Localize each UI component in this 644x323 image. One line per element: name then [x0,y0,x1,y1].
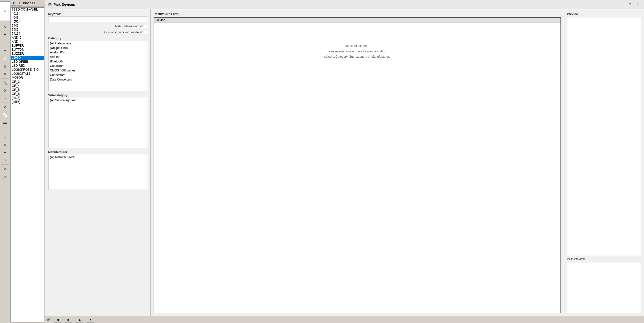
left-toolbar: IC ↖ ✚ ⌒ ≡ ⊞ ⊟ ⊠ 🔍 ⟳ ↔ ⟲ 📈 ▬ □ ○ A ✦ S ⟲… [0,0,10,323]
symbol-btn[interactable]: ✦ [1,149,9,156]
toolbar-divider-5 [1,165,9,165]
category-label: Category: [48,37,147,40]
category-item[interactable]: Analog ICs [48,50,147,55]
show-parts-checkbox[interactable] [144,31,147,34]
l-tab[interactable]: L [17,1,22,6]
list-item[interactable]: 7447 [11,24,44,28]
select-tool-btn[interactable]: ↖ [1,23,9,30]
list-item[interactable]: BUFFER [11,44,44,48]
power-btn[interactable]: ⊠ [1,70,9,77]
dialog-content: Keywords: Match whole words? Show only p… [45,9,644,316]
svg-text:IC: IC [4,10,6,12]
category-item[interactable]: Arduino [48,55,147,59]
category-item[interactable]: Connectors [48,73,147,77]
list-item[interactable]: MOTOR [11,76,44,80]
match-words-row: Match whole words? [48,25,147,28]
list-item[interactable]: BUZZER [11,52,44,56]
script-btn[interactable]: S [1,156,9,164]
nav-left-btn[interactable]: ◀ [54,317,61,322]
category-item[interactable]: CMOS 4000 series [48,68,147,73]
main-area: ⊞ Pick Devices ? ✕ Keywords: Match whole… [45,0,644,323]
component-list[interactable]: 7SEG-COM-AN-BL4013404345557447748574194A… [11,7,44,322]
list-item[interactable]: LOGICSTATE [11,72,44,76]
bus-btn[interactable]: ≡ [1,48,9,55]
list-item[interactable]: [4013] [11,96,44,100]
panel-header: P L DEVICES [10,0,45,7]
junction-btn[interactable]: ⊞ [1,55,9,62]
redo-btn[interactable]: ⟳ [1,173,9,180]
list-item[interactable]: 4013 [11,12,44,16]
list-item[interactable]: OR_4 [11,84,44,88]
add-component-btn[interactable]: ✚ [1,31,9,38]
no-results-row: No search criteria. Please enter one or … [154,23,560,60]
panel-title: DEVICES [23,2,35,5]
manufacturer-list[interactable]: (All Manufacturers) [48,155,147,190]
category-item[interactable]: (All Categories) [48,41,147,46]
category-item[interactable]: Data Converters [48,77,147,82]
mirror-btn[interactable]: ↔ [1,95,9,102]
label-btn[interactable]: ⊟ [1,63,9,70]
dialog-title-icon: ⊞ [48,2,51,7]
category-item[interactable]: (Unspecified) [48,46,147,50]
subcategory-label: Sub-category: [48,94,147,97]
subcategory-list[interactable]: (All Sub-categories) [48,98,147,148]
manufacturer-item[interactable]: (All Manufacturers) [48,155,147,159]
category-item[interactable]: Capacitors [48,64,147,68]
manufacturer-field-row: Manufacturer: (All Manufacturers) [48,150,147,190]
list-item[interactable]: 4043 [11,16,44,20]
graph-btn[interactable]: 📈 [1,111,9,118]
list-item[interactable]: OR_5 [11,88,44,92]
category-item[interactable]: Bluetooth [48,59,147,64]
list-item[interactable]: AND_4 [11,40,44,44]
nav-right-btn[interactable]: ▶ [65,317,72,322]
subcategory-item[interactable]: (All Sub-categories) [48,98,147,103]
wire-btn[interactable]: ⌒ [1,40,9,47]
close-button[interactable]: ✕ [635,2,641,8]
list-item[interactable]: AND_2 [11,36,44,40]
p-tab[interactable]: P [11,1,16,6]
circle-btn[interactable]: ○ [1,134,9,141]
list-item[interactable]: [4555] [11,100,44,104]
dialog-titlebar: ⊞ Pick Devices ? ✕ [45,0,644,9]
text-btn[interactable]: A [1,141,9,148]
list-item[interactable]: OR_2 [11,80,44,84]
box-btn[interactable]: □ [1,126,9,133]
undo-btn[interactable]: ⟲ [1,166,9,173]
list-item[interactable]: 74194 [11,32,44,36]
no-results-message: No search criteria. Please enter one or … [156,43,558,60]
results-table-wrapper[interactable]: Device No search criteria. Please enter … [154,17,561,313]
schematic-preview-area [567,18,641,255]
zoom-in-btn[interactable]: 🔍 [1,79,9,87]
list-item[interactable]: OR_8 [11,92,44,96]
toolbar-divider-3 [1,78,9,78]
pcb-preview-area [567,263,641,313]
nav-down-btn[interactable]: ▼ [87,317,94,322]
no-results-line1: No search criteria. [156,43,558,49]
show-parts-row: Show only parts with models? [48,31,147,34]
results-table: Device No search criteria. Please enter … [154,18,560,60]
show-parts-label: Show only parts with models? [103,31,143,34]
list-item[interactable]: L293D [11,56,44,60]
list-item[interactable]: LOGICPROBE (BIG [11,68,44,72]
category-list[interactable]: (All Categories)(Unspecified)Analog ICsA… [48,41,147,91]
list-item[interactable]: BUTTON [11,48,44,52]
titlebar-actions: ? ✕ [627,2,641,8]
rotate-btn[interactable]: ⟳ [1,87,9,94]
pcb-preview-label: PCB Preview [567,257,641,261]
list-item[interactable]: 4555 [11,20,44,24]
probe-btn[interactable]: ⟲ [1,104,9,111]
angle-display: 0° [47,318,50,321]
tape-btn[interactable]: ▬ [1,119,9,126]
nav-up-btn[interactable]: ▲ [76,317,83,322]
list-item[interactable]: 7SEG-COM-AN-BL [11,8,44,12]
list-item[interactable]: LED-GREEN [11,60,44,64]
toolbar-divider-2 [1,39,9,39]
dialog-title-text: Pick Devices [53,3,75,7]
match-words-checkbox[interactable] [144,25,147,28]
help-button[interactable]: ? [627,2,633,8]
keywords-input[interactable] [48,17,147,22]
match-words-label: Match whole words? [115,25,143,28]
list-item[interactable]: 7485 [11,28,44,32]
list-item[interactable]: LED-RED [11,64,44,68]
subcategory-field-row: Sub-category: (All Sub-categories) [48,94,147,148]
